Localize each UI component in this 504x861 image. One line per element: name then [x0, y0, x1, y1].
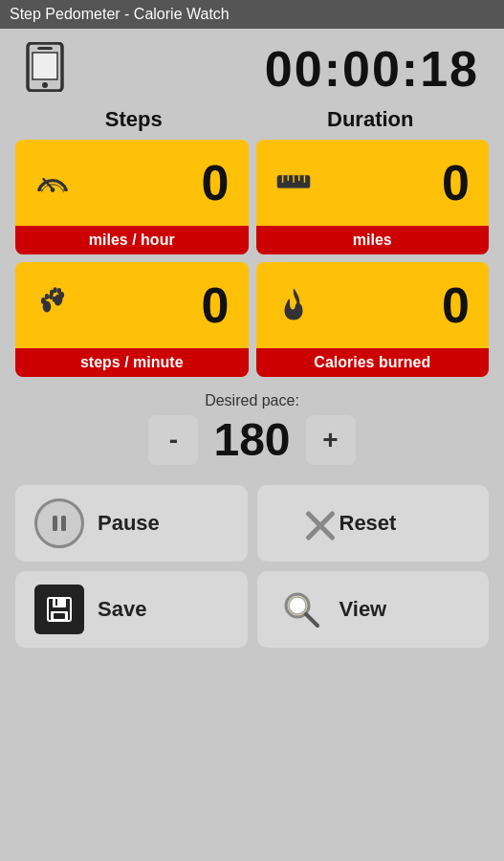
save-button[interactable]: Save — [15, 571, 248, 648]
pause-button[interactable]: Pause — [15, 485, 248, 562]
footprint-icon — [34, 285, 71, 325]
distance-value: 0 — [442, 154, 470, 211]
svg-point-5 — [51, 188, 55, 192]
ruler-icon — [275, 163, 312, 203]
svg-point-3 — [42, 82, 48, 88]
save-label: Save — [98, 597, 146, 622]
svg-rect-31 — [55, 599, 57, 606]
speed-card: 0 miles / hour — [15, 140, 249, 254]
svg-point-24 — [50, 290, 54, 296]
calories-value: 0 — [442, 276, 470, 334]
svg-rect-28 — [53, 598, 66, 607]
decrement-pace-button[interactable]: - — [148, 415, 198, 465]
svg-rect-30 — [54, 613, 65, 619]
distance-card: 0 miles — [256, 140, 490, 254]
title-bar: Step Pedometer - Calorie Watch — [0, 0, 504, 29]
calories-label: Calories burned — [256, 348, 490, 377]
app-title: Step Pedometer - Calorie Watch — [10, 6, 230, 23]
svg-rect-2 — [33, 53, 57, 79]
pace-value: 180 — [213, 413, 290, 466]
speed-value: 0 — [202, 154, 230, 211]
steps-per-min-label: steps / minute — [15, 348, 249, 377]
reset-button[interactable]: Reset — [257, 485, 490, 562]
distance-label: miles — [256, 226, 490, 254]
svg-rect-1 — [37, 47, 53, 50]
svg-rect-26 — [61, 516, 66, 531]
save-icon — [34, 585, 84, 634]
duration-label: Duration — [252, 107, 490, 132]
steps-card: 0 steps / minute — [15, 262, 249, 377]
desired-pace-label: Desired pace: — [205, 392, 299, 409]
speed-label: miles / hour — [15, 226, 249, 254]
increment-pace-button[interactable]: + — [306, 415, 356, 465]
svg-point-22 — [57, 288, 61, 294]
calories-card: 0 Calories burned — [256, 262, 490, 377]
view-icon — [276, 585, 326, 634]
view-label: View — [340, 597, 387, 622]
svg-line-34 — [306, 614, 318, 626]
pause-icon — [34, 498, 84, 548]
steps-value: 0 — [202, 276, 230, 334]
pause-label: Pause — [98, 511, 160, 536]
view-button[interactable]: View — [257, 571, 490, 648]
svg-point-33 — [289, 597, 306, 614]
timer-display: 00:00:18 — [265, 40, 479, 98]
reset-icon — [276, 498, 326, 548]
steps-label: Steps — [15, 107, 252, 132]
phone-icon — [25, 42, 65, 96]
svg-point-17 — [45, 294, 49, 299]
flame-icon — [275, 285, 312, 325]
speedometer-icon — [34, 163, 71, 203]
svg-rect-25 — [53, 516, 57, 531]
reset-label: Reset — [340, 511, 397, 536]
